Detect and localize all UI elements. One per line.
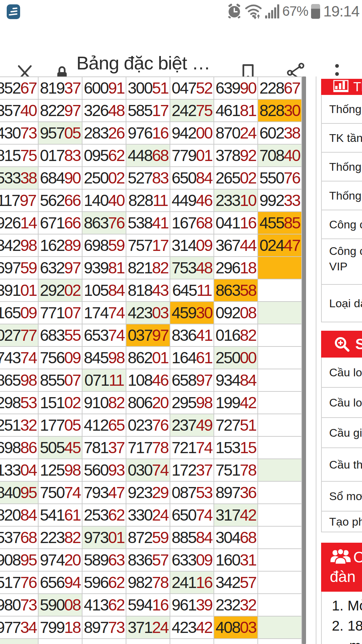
sidebar-item-stats-2[interactable]: TK tần s [322,123,362,152]
menu-item-label: Thống k [329,103,362,116]
table-cell [258,549,301,571]
table-cell: 82297 [39,100,82,121]
table-cell: 72751 [214,414,257,436]
table-cell: 82811 [126,190,170,211]
table-cell: 02777 [0,324,38,346]
table-cell: 25132 [0,414,38,436]
table-cell: 42303 [126,302,170,324]
sidebar-item-stats-3[interactable]: Thống k [322,152,362,181]
table-cell: 04116 [214,212,257,234]
sidebar-item-soicau-4[interactable]: Cầu the [322,447,362,481]
table-cell [258,369,301,391]
battery-icon [311,4,320,19]
table-cell: 42342 [170,616,214,638]
forum-thread-line-3[interactable]: ma [332,636,362,644]
page-title: Bảng đặc biệt … [76,52,210,74]
sidebar-item-stats-1[interactable]: Thống k [322,95,362,123]
sidebar-forum-header[interactable]: Ca đàn [321,543,362,592]
table-cell: 69759 [0,257,38,279]
sidebar: Th Thống kTK tần sThống kThống kCông cụC… [321,79,362,644]
sidebar-item-soicau-1[interactable]: Cầu loto [322,358,362,387]
table-cell: 85267 [0,77,38,99]
table-cell: 31409 [170,234,214,256]
table-cell: 34257 [214,572,257,593]
sidebar-item-stats-4[interactable]: Thống k [322,181,362,210]
table-cell: 40803 [214,616,257,638]
table-cell: 24275 [170,100,214,121]
table-cell: 45930 [170,302,214,324]
table-cell: 19942 [214,392,257,414]
table-cell: 83641 [170,324,214,346]
table-cell: 97616 [126,122,170,144]
sidebar-soicau-header-label: So [355,336,362,353]
search-plus-icon [333,335,351,353]
results-table: 8526781937600913005104752639902286735740… [0,76,302,644]
table-cell: 81843 [126,279,170,301]
table-cell: 46181 [214,100,257,121]
sidebar-stats-menu: Thống kTK tần sThống kThống kCông cụCông… [321,95,362,322]
table-cell: 01783 [39,145,82,166]
table-cell [258,279,301,301]
table-cell: 30051 [126,77,170,99]
table-cell: 64511 [170,279,214,301]
table-cell: 69859 [82,234,126,256]
table-cell: 93484 [214,369,257,391]
table-cell: 37892 [214,145,257,166]
table-cell: 69886 [0,437,38,459]
table-cell: 22382 [39,527,82,548]
table-cell: 07111 [82,369,126,391]
wifi-icon [245,4,262,19]
table-cell: 33024 [126,504,170,526]
table-scrollbar[interactable] [302,76,306,644]
sidebar-stats-header[interactable]: Th [321,79,362,95]
table-cell: 59416 [126,594,170,616]
table-cell: 29853 [0,392,38,414]
sidebar-item-stats-7[interactable]: Loại dàn [322,284,362,322]
table-cell: 34904 [214,639,257,644]
table-cell: 83657 [126,549,170,571]
status-bar: 67% 19:14 [0,0,362,22]
sidebar-item-soicau-6[interactable]: Tạo phô [322,511,362,532]
table-cell: 16289 [39,234,82,256]
table-cell: 60238 [258,122,301,144]
table-cell: 55076 [258,167,301,189]
table-cell: 72174 [170,437,214,459]
sidebar-item-stats-5[interactable]: Công cụ [322,210,362,238]
table-cell: 53841 [126,212,170,234]
table-cell: 63309 [170,549,214,571]
table-cell [258,482,301,503]
table-cell: 44868 [126,145,170,166]
table-cell: 14040 [82,190,126,211]
table-cell: 36744 [214,234,257,256]
menu-item-label: Loại dàn [329,297,362,310]
forum-thread-line-1[interactable]: 1. Mở [332,596,362,616]
table-cell: 86376 [82,212,126,234]
table-cell: 92614 [0,212,38,234]
forum-thread-line-2[interactable]: 2. 188 [332,616,362,636]
sidebar-item-soicau-2[interactable]: Cầu loto [322,387,362,417]
menu-item-label: Thống k [329,189,362,202]
table-cell: 35740 [0,100,38,121]
table-cell: 81937 [39,77,82,99]
table-cell: 56093 [82,459,126,481]
sidebar-item-stats-6[interactable]: Công cụ VIP [322,238,362,284]
sidebar-forum-header-line1: Ca [353,547,362,567]
table-cell: 99233 [258,190,301,211]
sidebar-item-soicau-5[interactable]: Sổ mơ [322,481,362,511]
table-cell: 49400 [170,639,214,644]
table-cell: 75074 [39,482,82,503]
table-cell: 86598 [0,369,38,391]
sidebar-soicau-header[interactable]: So [321,331,362,358]
table-cell: 15102 [39,392,82,414]
menu-item-label: Cầu the [329,458,362,471]
table-cell: 71778 [126,437,170,459]
table-cell: 30468 [214,527,257,548]
table-cell: 92329 [126,482,170,503]
table-cell: 84095 [0,482,38,503]
table-cell: 23749 [170,414,214,436]
table-cell: 09208 [214,302,257,324]
sidebar-item-soicau-3[interactable]: Cầu giải [322,417,362,447]
table-cell: 86201 [126,347,170,369]
table-cell: 29618 [214,257,257,279]
table-cell: 52783 [126,167,170,189]
